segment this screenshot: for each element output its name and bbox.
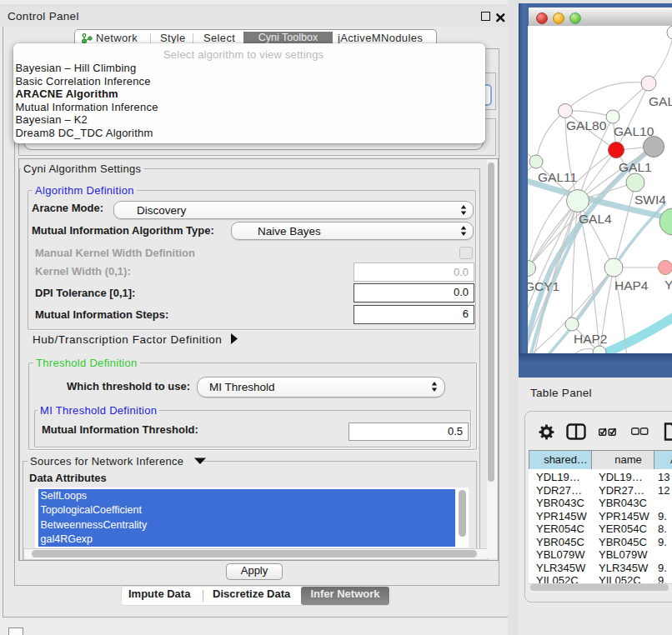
svg-text:GAL11: GAL11 bbox=[538, 170, 577, 184]
svg-text:GAL1: GAL1 bbox=[619, 160, 652, 174]
svg-text:HAP2: HAP2 bbox=[574, 332, 608, 346]
svg-text:Y: Y bbox=[664, 278, 672, 292]
svg-text:GCY1: GCY1 bbox=[528, 279, 559, 293]
svg-text:GAL80: GAL80 bbox=[566, 118, 607, 132]
svg-text:GAL2: GAL2 bbox=[649, 94, 672, 108]
svg-text:GAL10: GAL10 bbox=[614, 124, 654, 138]
svg-text:SWI4: SWI4 bbox=[634, 192, 666, 207]
svg-text:GAL4: GAL4 bbox=[579, 212, 612, 226]
svg-text:HAP4: HAP4 bbox=[614, 278, 649, 292]
